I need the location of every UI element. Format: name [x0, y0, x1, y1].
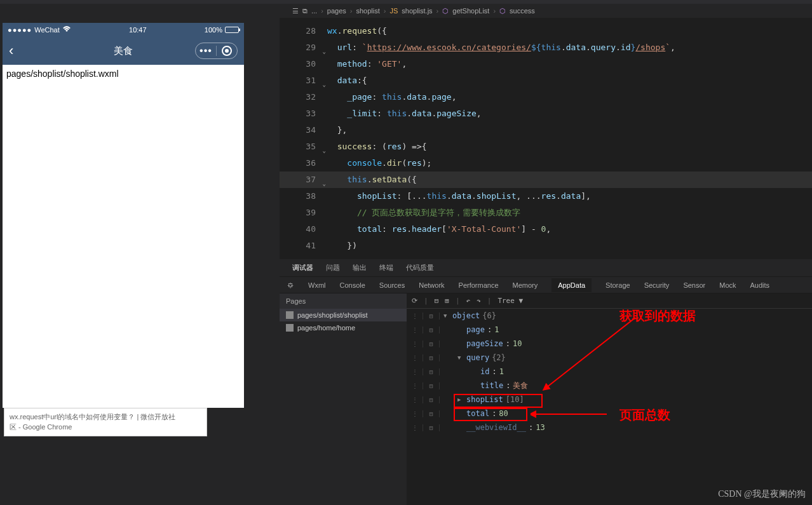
code-line[interactable]: 30 method: 'GET',: [280, 56, 812, 72]
chrome-title-line2: 区 - Google Chrome: [10, 422, 201, 432]
page-icon: [286, 324, 294, 332]
code-line[interactable]: 41 }): [280, 238, 812, 254]
watermark: CSDN @我是夜阑的狗: [718, 488, 806, 500]
appdata-panel: ⟳ | ⊟ ⊞ | ↶ ↷ | Tree ▼ ⋮⊟▼object {6}⋮⊟pa…: [407, 293, 812, 505]
pages-header: Pages: [280, 293, 407, 309]
page-item[interactable]: pages/shoplist/shoplist: [280, 309, 407, 321]
dev-tab-sensor[interactable]: Sensor: [683, 281, 705, 289]
dev-tab-console[interactable]: Console: [340, 281, 365, 289]
simulator-panel: ●●●●● WeChat 10:47 100% ‹ 美食 •••: [0, 4, 280, 505]
sim-page-body: pages/shoplist/shoplist.wxml: [3, 65, 244, 408]
battery-icon: [225, 27, 239, 33]
panel-tab-terminal[interactable]: 终端: [379, 263, 393, 273]
capsule-button[interactable]: •••: [195, 43, 238, 59]
wechat-simulator: ●●●●● WeChat 10:47 100% ‹ 美食 •••: [3, 23, 244, 408]
dev-tab-sources[interactable]: Sources: [379, 281, 405, 289]
dev-tab-security[interactable]: Security: [644, 281, 670, 289]
bc-item[interactable]: ...: [311, 7, 317, 15]
bc-item[interactable]: shoplist.js: [402, 7, 432, 15]
tree-row[interactable]: ⋮⊟▼query {2}: [407, 351, 812, 365]
pages-sidebar: Pages pages/shoplist/shoplist pages/home…: [280, 293, 407, 505]
panel-tab-codequality[interactable]: 代码质量: [406, 263, 434, 273]
chrome-window-hint[interactable]: wx.request中url的域名中如何使用变量？ | 微信开放社 区 - Go…: [4, 408, 207, 436]
annotation-label-2: 页面总数: [619, 407, 670, 424]
tree-row[interactable]: ⋮⊟title : 美食: [407, 379, 812, 393]
tree-row[interactable]: ⋮⊟▶shopList [10]: [407, 393, 812, 407]
dev-tab-mock[interactable]: Mock: [719, 281, 736, 289]
collapse-icon[interactable]: ⊞: [445, 297, 449, 305]
code-line[interactable]: 35⌄ success: (res) =>{: [280, 138, 812, 155]
wifi-icon: [62, 26, 71, 34]
panel-tab-problems[interactable]: 问题: [326, 263, 340, 273]
panel-tab-debugger[interactable]: 调试器: [292, 263, 313, 273]
code-line[interactable]: 29⌄ url: `https://www.escook.cn/categori…: [280, 39, 812, 56]
dev-tab-storage[interactable]: Storage: [606, 281, 630, 289]
code-line[interactable]: 39 // 页面总数获取到是字符，需要转换成数字: [280, 205, 812, 221]
code-line[interactable]: 37⌄ this.setData({: [280, 172, 812, 188]
code-line[interactable]: 33 _limit: this.data.pageSize,: [280, 105, 812, 122]
page-item-label: pages/shoplist/shoplist: [297, 311, 368, 319]
bc-item[interactable]: success: [510, 7, 535, 15]
view-mode[interactable]: Tree ▼: [497, 297, 523, 305]
capsule-menu-icon[interactable]: •••: [196, 43, 216, 58]
panel-tab-output[interactable]: 输出: [353, 263, 367, 273]
appdata-toolbar: ⟳ | ⊟ ⊞ | ↶ ↷ | Tree ▼: [407, 293, 812, 309]
code-line[interactable]: 36 console.dir(res);: [280, 155, 812, 172]
carrier-label: WeChat: [34, 26, 60, 34]
undo-icon[interactable]: ↶: [466, 297, 471, 305]
dev-tab-memory[interactable]: Memory: [513, 281, 538, 289]
code-line[interactable]: 38 shopList: [...this.data.shopList, ...…: [280, 188, 812, 205]
sim-body-text: pages/shoplist/shoplist.wxml: [6, 69, 119, 79]
page-icon: [286, 311, 294, 319]
tree-row[interactable]: ⋮⊟▼object {6}: [407, 309, 812, 323]
devtools-tabs: ⯐ Wxml Console Sources Network Performan…: [280, 277, 812, 293]
code-line[interactable]: 34 },: [280, 122, 812, 138]
code-line[interactable]: 31⌄ data:{: [280, 72, 812, 89]
tree-row[interactable]: ⋮⊟page : 1: [407, 323, 812, 337]
back-icon[interactable]: ‹: [9, 43, 13, 59]
redo-icon[interactable]: ↷: [477, 297, 481, 305]
code-line[interactable]: 40 total: res.header['X-Total-Count'] - …: [280, 221, 812, 238]
tree-row[interactable]: ⋮⊟total : 80: [407, 407, 812, 421]
signal-dots-icon: ●●●●●: [8, 26, 32, 34]
chrome-title-line1: wx.request中url的域名中如何使用变量？ | 微信开放社: [10, 412, 201, 422]
tree-row[interactable]: ⋮⊟__webviewId__ : 13: [407, 421, 812, 434]
code-line[interactable]: 32 _page: this.data.page,: [280, 89, 812, 105]
tree-row[interactable]: ⋮⊟id : 1: [407, 365, 812, 379]
dev-tab-network[interactable]: Network: [419, 281, 444, 289]
bc-item[interactable]: getShopList: [452, 7, 489, 15]
battery-percent: 100%: [205, 26, 222, 34]
refresh-icon[interactable]: ⟳: [412, 297, 417, 305]
sim-time: 10:47: [129, 26, 147, 34]
editor-breadcrumb[interactable]: ☰⧉... ›pages ›shoplist ›JS shoplist.js ›…: [280, 4, 812, 18]
code-editor[interactable]: 28wx.request({29⌄ url: `https://www.esco…: [280, 18, 812, 259]
expand-icon[interactable]: ⊟: [435, 297, 439, 305]
devtools-inspect-icon[interactable]: ⯐: [287, 281, 294, 289]
bc-item[interactable]: shoplist: [356, 7, 380, 15]
tree-row[interactable]: ⋮⊟pageSize : 10: [407, 337, 812, 351]
dev-tab-audits[interactable]: Audits: [750, 281, 770, 289]
sim-status-bar: ●●●●● WeChat 10:47 100%: [3, 23, 244, 37]
page-item-label: pages/home/home: [297, 324, 355, 332]
page-item[interactable]: pages/home/home: [280, 321, 407, 334]
annotation-label-1: 获取到的数据: [619, 307, 696, 325]
code-line[interactable]: 28wx.request({: [280, 23, 812, 39]
panel-tabs: 调试器 问题 输出 终端 代码质量: [280, 259, 812, 277]
dev-tab-appdata[interactable]: AppData: [551, 278, 592, 292]
sim-nav-bar: ‹ 美食 •••: [3, 37, 244, 65]
dev-tab-performance[interactable]: Performance: [459, 281, 499, 289]
capsule-close-icon[interactable]: [217, 43, 237, 58]
sim-page-title: 美食: [114, 45, 133, 57]
dev-tab-wxml[interactable]: Wxml: [308, 281, 326, 289]
bc-item[interactable]: pages: [327, 7, 346, 15]
